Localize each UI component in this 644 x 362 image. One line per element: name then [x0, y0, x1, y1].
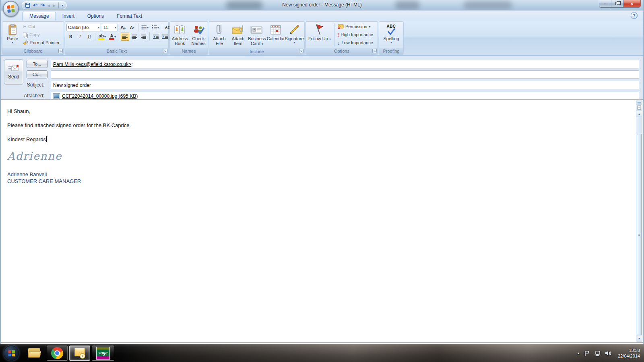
- font-color-icon: A: [109, 34, 114, 40]
- scrollbar-thumb[interactable]: [637, 134, 642, 335]
- group-names: Address Book Check Names Names: [169, 21, 208, 55]
- attach-file-button[interactable]: Attach File: [211, 23, 228, 47]
- network-icon[interactable]: [594, 350, 601, 356]
- paste-button[interactable]: Paste ▾: [4, 23, 21, 45]
- cc-field[interactable]: [51, 70, 639, 79]
- split-handle[interactable]: [636, 101, 642, 105]
- tab-insert[interactable]: Insert: [56, 12, 81, 21]
- office-button[interactable]: [3, 1, 19, 17]
- bold-button[interactable]: B: [66, 33, 75, 41]
- signature-icon: [289, 23, 300, 36]
- font-color-button[interactable]: A ▾: [108, 33, 117, 41]
- underline-button[interactable]: U: [85, 33, 93, 41]
- restore-button[interactable]: [611, 0, 623, 7]
- cut-icon: ✂: [23, 24, 27, 29]
- increase-indent-button[interactable]: [161, 33, 169, 41]
- taskbar-outlook-button[interactable]: [69, 346, 90, 361]
- grow-font-icon: A: [120, 25, 124, 31]
- start-button[interactable]: [3, 346, 19, 361]
- vertical-scrollbar[interactable]: ▲ ▼: [636, 101, 642, 341]
- copy-icon: [23, 33, 27, 37]
- scroll-down-button[interactable]: ▼: [636, 335, 642, 341]
- minimize-button[interactable]: –: [599, 0, 611, 7]
- copy-button[interactable]: Copy: [22, 31, 60, 38]
- options-dialog-launcher[interactable]: ↘: [372, 49, 377, 53]
- shrink-font-button[interactable]: A▾: [128, 23, 136, 31]
- subject-field[interactable]: New signed order: [51, 81, 639, 89]
- permission-button[interactable]: Permission ▾: [336, 23, 374, 30]
- window-controls: – ×: [599, 0, 641, 8]
- taskbar-chrome-button[interactable]: [47, 346, 68, 361]
- italic-button[interactable]: I: [76, 33, 84, 41]
- paste-dropdown-caret-icon[interactable]: ▾: [12, 41, 13, 44]
- numbering-button[interactable]: ▾: [151, 23, 160, 31]
- decrease-indent-button[interactable]: [151, 33, 160, 41]
- align-center-button[interactable]: [130, 33, 138, 41]
- font-size-combo[interactable]: 11 ▾: [102, 24, 118, 31]
- follow-up-button[interactable]: Follow Up ▾: [307, 23, 332, 43]
- signature-button[interactable]: Signature ▾: [285, 23, 303, 45]
- cut-button[interactable]: ✂ Cut: [22, 23, 60, 30]
- align-left-button[interactable]: [121, 33, 129, 41]
- bullets-button[interactable]: ▾: [140, 23, 150, 31]
- taskbar-sage-button[interactable]: sage: [92, 346, 114, 361]
- taskbar-clock[interactable]: 13:38 22/04/2014: [615, 348, 640, 359]
- body-line: Please find attached signed order for th…: [7, 122, 627, 129]
- close-button[interactable]: ×: [623, 0, 640, 7]
- scroll-up-button[interactable]: ▲: [636, 111, 642, 117]
- group-clipboard: Paste ▾ ✂ Cut Copy: [2, 21, 64, 55]
- font-name-combo[interactable]: Calibri (Bo ▾: [66, 24, 101, 31]
- help-button[interactable]: ?: [631, 12, 638, 19]
- to-field[interactable]: Pam Mills <ecs@efield.karoo.co.uk>;: [51, 60, 639, 68]
- basic-text-dialog-launcher[interactable]: ↘: [163, 49, 167, 53]
- to-button[interactable]: To...: [27, 60, 47, 68]
- clock-date: 22/04/2014: [618, 353, 640, 359]
- high-importance-icon: !: [337, 32, 339, 38]
- clipboard-dialog-launcher[interactable]: ↘: [58, 49, 63, 53]
- tab-message[interactable]: Message: [23, 12, 56, 21]
- high-importance-button[interactable]: ! High Importance: [336, 31, 374, 38]
- tab-options[interactable]: Options: [81, 12, 110, 21]
- low-importance-button[interactable]: ↓ Low Importance: [336, 39, 374, 46]
- format-painter-button[interactable]: Format Painter: [22, 39, 60, 46]
- to-recipient[interactable]: Pam Mills <ecs@efield.karoo.co.uk>: [53, 62, 131, 67]
- grow-font-button[interactable]: A▴: [119, 23, 127, 31]
- address-book-button[interactable]: Address Book: [171, 23, 189, 47]
- business-card-button[interactable]: Business Card ▾: [248, 23, 266, 47]
- permission-icon: [337, 24, 344, 29]
- increase-indent-icon: [162, 35, 168, 39]
- save-icon[interactable]: [25, 3, 30, 8]
- message-text[interactable]: Hi Shaun, Please find attached signed or…: [7, 108, 627, 185]
- undo-button[interactable]: ↶: [33, 3, 37, 8]
- titlebar[interactable]: New signed order - Message (HTML) – ×: [1, 0, 643, 10]
- message-body-editor[interactable]: Hi Shaun, Please find attached signed or…: [1, 99, 643, 343]
- redo-button[interactable]: ↷: [40, 3, 45, 8]
- check-names-button[interactable]: Check Names: [190, 23, 207, 47]
- show-hidden-icons-button[interactable]: ▲: [577, 352, 580, 355]
- volume-icon[interactable]: [605, 350, 611, 356]
- taskbar-explorer-button[interactable]: [26, 346, 43, 361]
- customize-qat-button[interactable]: ▾: [62, 4, 63, 7]
- group-proofing: ABC Spelling ▾ Proofing: [379, 21, 404, 55]
- include-dialog-launcher[interactable]: ↘: [299, 49, 303, 53]
- attachment-link[interactable]: CCF22042014_00000.jpg (695 KB): [62, 93, 138, 99]
- attach-item-button[interactable]: Attach Item: [229, 23, 247, 47]
- message-window: New signed order - Message (HTML) – × ↶ …: [0, 0, 644, 344]
- highlight-button[interactable]: ab ▾: [97, 33, 107, 41]
- attached-field[interactable]: CCF22042014_00000.jpg (695 KB): [51, 92, 639, 100]
- scrollbar-track[interactable]: ▼: [636, 117, 642, 341]
- ribbon-tab-bar: Message Insert Options Format Text ?: [1, 10, 643, 21]
- thumb-grip: [638, 233, 640, 236]
- browse-object-button[interactable]: [636, 105, 642, 111]
- cc-button[interactable]: Cc...: [27, 70, 47, 78]
- spelling-button[interactable]: ABC Spelling ▾: [382, 23, 400, 45]
- separator: [58, 2, 59, 8]
- tab-format-text[interactable]: Format Text: [110, 12, 149, 21]
- signature-script: Adrienne: [7, 150, 627, 162]
- align-right-button[interactable]: [139, 33, 148, 41]
- closing-line: Kindest Regards: [7, 136, 627, 143]
- previous-item-button[interactable]: ◂: [47, 3, 50, 8]
- action-center-flag-icon[interactable]: [584, 350, 590, 356]
- next-item-button[interactable]: ▸: [53, 3, 56, 8]
- calendar-button[interactable]: Calendar: [267, 23, 285, 42]
